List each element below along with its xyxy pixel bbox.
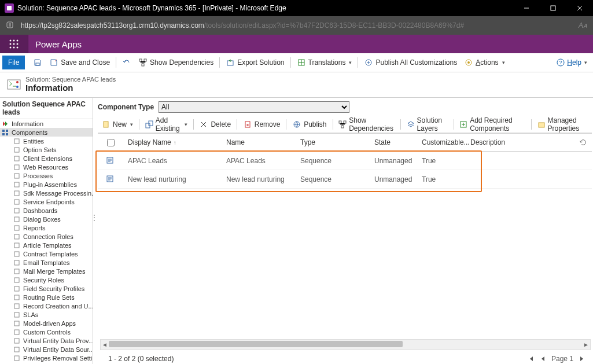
component-type-label: Component Type — [98, 103, 154, 111]
nav-item-virtual-entity-data-prov[interactable]: Virtual Entity Data Prov... — [0, 336, 93, 345]
svg-rect-54 — [14, 295, 19, 300]
publish-all-button[interactable]: Publish All Customizations — [360, 53, 461, 72]
svg-rect-60 — [14, 347, 19, 352]
nav-item-field-security-profiles[interactable]: Field Security Profiles — [0, 284, 93, 293]
nav-item-slas[interactable]: SLAs — [0, 310, 93, 319]
nav-item-virtual-entity-data-sour[interactable]: Virtual Entity Data Sour... — [0, 345, 93, 354]
col-description[interactable]: Description — [466, 138, 574, 146]
nav-item-reports[interactable]: Reports — [0, 223, 93, 232]
export-solution-button[interactable]: Export Solution — [222, 53, 288, 72]
nav-item-web-resources[interactable]: Web Resources — [0, 163, 93, 171]
nav-item-dialog-boxes[interactable]: Dialog Boxes — [0, 215, 93, 223]
nav-item-label: Entities — [23, 138, 44, 145]
nav-item-option-sets[interactable]: Option Sets — [0, 145, 93, 154]
add-existing-menu[interactable]: Add Existing▾ — [142, 116, 191, 133]
nav-item-security-roles[interactable]: Security Roles — [0, 275, 93, 284]
svg-rect-56 — [14, 312, 19, 317]
nav-item-label: Dialog Boxes — [23, 216, 61, 223]
window-title: Solution: Sequence APAC leads - Microsof… — [17, 4, 513, 12]
file-menu-button[interactable]: File — [2, 56, 25, 69]
col-customizable[interactable]: Customizable... — [417, 138, 466, 146]
nav-item-entities[interactable]: Entities — [0, 137, 93, 145]
window-maximize-button[interactable] — [540, 0, 566, 16]
nav-item-label: Plug-in Assemblies — [23, 181, 77, 188]
nav-item-record-creation-and-u[interactable]: Record Creation and U... — [0, 302, 93, 310]
horizontal-scrollbar[interactable]: ◄ ► — [100, 339, 591, 350]
solution-layers-button[interactable]: Solution Layers — [403, 116, 451, 133]
remove-button[interactable]: Remove — [240, 116, 284, 133]
nav-item-model-driven-apps[interactable]: Model-driven Apps — [0, 319, 93, 328]
delete-button[interactable]: Delete — [196, 116, 234, 133]
col-state[interactable]: State — [370, 138, 417, 146]
export-icon — [226, 58, 235, 67]
nav-item-service-endpoints[interactable]: Service Endpoints — [0, 197, 93, 206]
splitter-handle[interactable]: ⋮ — [91, 214, 97, 222]
app-icon — [5, 3, 14, 13]
nav-item-client-extensions[interactable]: Client Extensions — [0, 154, 93, 163]
col-type[interactable]: Type — [296, 138, 370, 146]
nav-item-plug-in-assemblies[interactable]: Plug-in Assemblies — [0, 180, 93, 189]
save-icon-button[interactable] — [30, 53, 46, 72]
actions-icon — [464, 58, 473, 67]
new-menu[interactable]: New▾ — [98, 116, 137, 133]
svg-point-12 — [10, 43, 12, 45]
cli-icon — [13, 155, 21, 163]
reader-mode-icon[interactable]: Aᴀ — [579, 21, 587, 30]
address-url[interactable]: https://tp2sg832salespatch53113org1.crm1… — [21, 21, 574, 30]
nav-item-components[interactable]: Components — [0, 128, 93, 137]
add-existing-icon — [145, 120, 153, 129]
nav-item-label: Model-driven Apps — [23, 320, 76, 327]
delete-icon — [199, 120, 208, 129]
svg-rect-18 — [36, 63, 39, 65]
managed-properties-button[interactable]: Managed Properties — [534, 116, 592, 133]
col-name[interactable]: Name — [222, 138, 296, 146]
table-row[interactable]: New lead nurturingNew lead nurturingSequ… — [98, 170, 592, 189]
component-type-select[interactable]: All — [159, 101, 349, 113]
undo-icon-button[interactable] — [119, 53, 135, 72]
undo-icon — [122, 58, 131, 67]
publish-button[interactable]: Publish — [289, 116, 330, 133]
app-launcher-button[interactable] — [0, 35, 28, 53]
show-dependencies-button[interactable]: Show Dependencies — [135, 53, 217, 72]
help-menu[interactable]: ?Help▾ — [556, 58, 591, 67]
pager-prev-button[interactable] — [540, 355, 546, 362]
nav-item-routing-rule-sets[interactable]: Routing Rule Sets — [0, 293, 93, 302]
svg-rect-34 — [2, 133, 5, 135]
nav-item-privileges-removal-settin[interactable]: Privileges Removal Settinç — [0, 354, 93, 362]
nav-item-article-templates[interactable]: Article Templates — [0, 241, 93, 249]
svg-rect-36 — [14, 139, 19, 144]
table-row[interactable]: APAC LeadsAPAC LeadsSequenceUnmanagedTru… — [98, 152, 592, 170]
svg-point-26 — [467, 61, 470, 64]
nav-item-contract-templates[interactable]: Contract Templates — [0, 249, 93, 258]
translations-icon — [297, 58, 306, 67]
translations-menu[interactable]: Translations▾ — [293, 53, 356, 72]
view-site-info-icon[interactable] — [6, 21, 15, 30]
pager-first-button[interactable] — [527, 355, 534, 362]
nav-item-email-templates[interactable]: Email Templates — [0, 258, 93, 267]
window-titlebar: Solution: Sequence APAC leads - Microsof… — [0, 0, 593, 16]
nav-item-custom-controls[interactable]: Custom Controls — [0, 328, 93, 336]
nav-item-information[interactable]: Information — [0, 119, 93, 128]
add-required-icon — [459, 120, 467, 129]
window-minimize-button[interactable] — [513, 0, 540, 16]
save-and-close-button[interactable]: Save and Close — [46, 53, 113, 72]
save-icon — [33, 58, 42, 67]
scroll-left-icon[interactable]: ◄ — [101, 340, 109, 348]
grid-show-dependencies-button[interactable]: Show Dependencies — [335, 116, 398, 133]
nav-item-processes[interactable]: Processes — [0, 171, 93, 180]
nav-item-dashboards[interactable]: Dashboards — [0, 206, 93, 215]
actions-menu[interactable]: Actions▾ — [461, 53, 508, 72]
col-display-name[interactable]: Display Name↑ — [123, 138, 222, 146]
select-all-checkbox[interactable] — [107, 139, 115, 146]
scrollbar-thumb[interactable] — [109, 341, 403, 347]
nav-item-sdk-message-processin[interactable]: Sdk Message Processin... — [0, 189, 93, 197]
window-close-button[interactable] — [566, 0, 593, 16]
nav-item-mail-merge-templates[interactable]: Mail Merge Templates — [0, 267, 93, 275]
pager-next-button[interactable] — [579, 355, 585, 362]
publish-all-icon — [364, 58, 373, 67]
scroll-right-icon[interactable]: ► — [582, 340, 590, 348]
add-required-components-button[interactable]: Add Required Components — [456, 116, 529, 133]
con-icon — [13, 250, 21, 258]
refresh-button[interactable] — [574, 138, 592, 147]
nav-item-connection-roles[interactable]: Connection Roles — [0, 232, 93, 241]
